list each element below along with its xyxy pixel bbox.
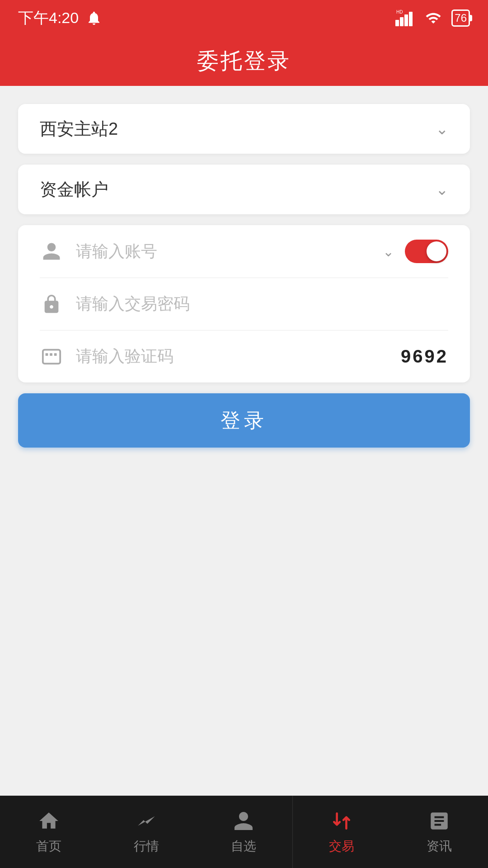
svg-rect-2 [404,14,408,26]
captcha-code[interactable]: 9692 [401,346,448,367]
svg-rect-0 [395,20,399,26]
account-placeholder[interactable]: 请输入账号 [76,241,370,263]
password-placeholder[interactable]: 请输入交易密码 [76,293,448,315]
bottom-nav: 首页 行情 自选 交易 资讯 [0,796,488,868]
page-title: 委托登录 [197,47,291,75]
watchlist-icon [231,809,256,833]
captcha-row: 请输入验证码 9692 [40,330,448,382]
status-bar: 下午4:20 HD 76 [0,0,488,36]
nav-label-trade: 交易 [329,838,354,855]
svg-rect-5 [43,349,60,363]
trade-icon [329,809,354,833]
status-right: HD 76 [395,9,470,27]
nav-label-news: 资讯 [427,838,452,855]
svg-rect-8 [54,353,57,356]
alarm-icon [86,10,102,26]
nav-item-watchlist[interactable]: 自选 [195,796,293,868]
login-button-label: 登录 [221,407,267,434]
svg-text:HD: HD [396,10,403,14]
news-icon [427,809,451,833]
input-card: 请输入账号 ⌄ 请输入交易密码 请输入验证码 9692 [18,225,470,382]
main-content: 西安主站2 ⌄ 资金帐户 ⌄ 请输入账号 ⌄ 请输入交易密码 [0,86,488,466]
svg-rect-1 [400,17,404,26]
captcha-icon [40,345,63,368]
server-chevron-icon: ⌄ [436,120,448,138]
server-select-label: 西安主站2 [40,118,118,141]
nav-label-home: 首页 [36,838,61,855]
password-row: 请输入交易密码 [40,278,448,330]
nav-item-news[interactable]: 资讯 [390,796,488,868]
wifi-icon [423,10,443,26]
lock-icon [40,292,63,316]
user-icon [40,240,63,263]
signal-icon: HD [395,10,415,26]
svg-rect-7 [50,353,52,356]
page-header: 委托登录 [0,36,488,86]
status-left: 下午4:20 [18,8,102,28]
account-row: 请输入账号 ⌄ [40,225,448,278]
nav-label-market: 行情 [134,838,159,855]
account-type-label: 资金帐户 [40,178,108,201]
market-icon [134,809,159,833]
nav-item-market[interactable]: 行情 [98,796,195,868]
svg-rect-3 [409,12,413,26]
nav-item-home[interactable]: 首页 [0,796,98,868]
account-type-chevron-icon: ⌄ [436,180,448,198]
nav-item-trade[interactable]: 交易 [292,796,390,868]
server-select[interactable]: 西安主站2 ⌄ [18,104,470,154]
toggle-knob [427,241,446,261]
nav-label-watchlist: 自选 [231,838,256,855]
toggle-switch[interactable] [405,240,448,263]
home-icon [37,809,61,833]
account-chevron-icon[interactable]: ⌄ [383,244,394,259]
svg-rect-6 [46,353,48,356]
account-type-select[interactable]: 资金帐户 ⌄ [18,165,470,214]
login-button[interactable]: 登录 [18,393,470,448]
captcha-placeholder[interactable]: 请输入验证码 [76,345,388,368]
battery-icon: 76 [451,9,470,27]
status-time: 下午4:20 [18,8,79,28]
